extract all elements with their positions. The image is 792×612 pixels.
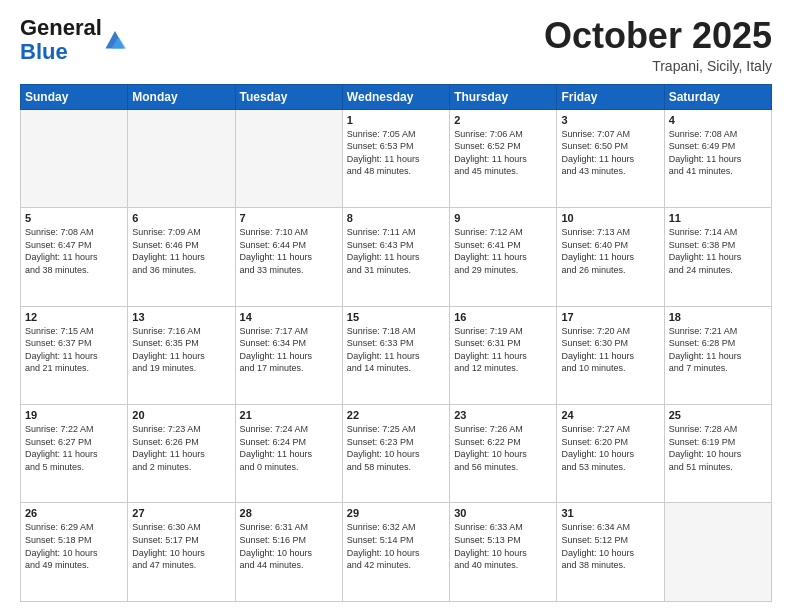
calendar-week-row: 26Sunrise: 6:29 AM Sunset: 5:18 PM Dayli…: [21, 503, 772, 602]
day-info: Sunrise: 6:32 AM Sunset: 5:14 PM Dayligh…: [347, 521, 445, 571]
day-number: 8: [347, 212, 445, 224]
table-row: 30Sunrise: 6:33 AM Sunset: 5:13 PM Dayli…: [450, 503, 557, 602]
location: Trapani, Sicily, Italy: [544, 58, 772, 74]
col-monday: Monday: [128, 84, 235, 109]
day-number: 2: [454, 114, 552, 126]
day-info: Sunrise: 7:09 AM Sunset: 6:46 PM Dayligh…: [132, 226, 230, 276]
table-row: 29Sunrise: 6:32 AM Sunset: 5:14 PM Dayli…: [342, 503, 449, 602]
calendar-week-row: 1Sunrise: 7:05 AM Sunset: 6:53 PM Daylig…: [21, 109, 772, 207]
col-thursday: Thursday: [450, 84, 557, 109]
calendar-header-row: Sunday Monday Tuesday Wednesday Thursday…: [21, 84, 772, 109]
day-number: 5: [25, 212, 123, 224]
day-number: 13: [132, 311, 230, 323]
title-block: October 2025 Trapani, Sicily, Italy: [544, 16, 772, 74]
day-number: 30: [454, 507, 552, 519]
day-number: 1: [347, 114, 445, 126]
table-row: 24Sunrise: 7:27 AM Sunset: 6:20 PM Dayli…: [557, 405, 664, 503]
day-info: Sunrise: 7:06 AM Sunset: 6:52 PM Dayligh…: [454, 128, 552, 178]
day-number: 31: [561, 507, 659, 519]
day-info: Sunrise: 6:34 AM Sunset: 5:12 PM Dayligh…: [561, 521, 659, 571]
day-number: 24: [561, 409, 659, 421]
day-number: 22: [347, 409, 445, 421]
day-info: Sunrise: 7:15 AM Sunset: 6:37 PM Dayligh…: [25, 325, 123, 375]
table-row: 9Sunrise: 7:12 AM Sunset: 6:41 PM Daylig…: [450, 208, 557, 306]
header: General Blue October 2025 Trapani, Sicil…: [20, 16, 772, 74]
logo-general: General: [20, 15, 102, 40]
day-number: 28: [240, 507, 338, 519]
day-number: 12: [25, 311, 123, 323]
calendar-week-row: 19Sunrise: 7:22 AM Sunset: 6:27 PM Dayli…: [21, 405, 772, 503]
table-row: 10Sunrise: 7:13 AM Sunset: 6:40 PM Dayli…: [557, 208, 664, 306]
table-row: 27Sunrise: 6:30 AM Sunset: 5:17 PM Dayli…: [128, 503, 235, 602]
day-number: 26: [25, 507, 123, 519]
calendar-week-row: 5Sunrise: 7:08 AM Sunset: 6:47 PM Daylig…: [21, 208, 772, 306]
table-row: [664, 503, 771, 602]
day-info: Sunrise: 7:14 AM Sunset: 6:38 PM Dayligh…: [669, 226, 767, 276]
day-info: Sunrise: 7:17 AM Sunset: 6:34 PM Dayligh…: [240, 325, 338, 375]
day-info: Sunrise: 7:22 AM Sunset: 6:27 PM Dayligh…: [25, 423, 123, 473]
day-number: 3: [561, 114, 659, 126]
day-info: Sunrise: 7:08 AM Sunset: 6:47 PM Dayligh…: [25, 226, 123, 276]
day-info: Sunrise: 7:08 AM Sunset: 6:49 PM Dayligh…: [669, 128, 767, 178]
day-number: 27: [132, 507, 230, 519]
page: General Blue October 2025 Trapani, Sicil…: [0, 0, 792, 612]
day-info: Sunrise: 7:12 AM Sunset: 6:41 PM Dayligh…: [454, 226, 552, 276]
table-row: 12Sunrise: 7:15 AM Sunset: 6:37 PM Dayli…: [21, 306, 128, 404]
day-info: Sunrise: 6:30 AM Sunset: 5:17 PM Dayligh…: [132, 521, 230, 571]
day-info: Sunrise: 7:28 AM Sunset: 6:19 PM Dayligh…: [669, 423, 767, 473]
day-number: 17: [561, 311, 659, 323]
table-row: 19Sunrise: 7:22 AM Sunset: 6:27 PM Dayli…: [21, 405, 128, 503]
logo-blue: Blue: [20, 39, 68, 64]
day-number: 11: [669, 212, 767, 224]
day-info: Sunrise: 6:31 AM Sunset: 5:16 PM Dayligh…: [240, 521, 338, 571]
table-row: 25Sunrise: 7:28 AM Sunset: 6:19 PM Dayli…: [664, 405, 771, 503]
col-tuesday: Tuesday: [235, 84, 342, 109]
day-info: Sunrise: 7:05 AM Sunset: 6:53 PM Dayligh…: [347, 128, 445, 178]
table-row: 13Sunrise: 7:16 AM Sunset: 6:35 PM Dayli…: [128, 306, 235, 404]
table-row: 20Sunrise: 7:23 AM Sunset: 6:26 PM Dayli…: [128, 405, 235, 503]
day-number: 14: [240, 311, 338, 323]
month-title: October 2025: [544, 16, 772, 56]
col-sunday: Sunday: [21, 84, 128, 109]
table-row: 21Sunrise: 7:24 AM Sunset: 6:24 PM Dayli…: [235, 405, 342, 503]
logo: General Blue: [20, 16, 126, 64]
day-info: Sunrise: 7:24 AM Sunset: 6:24 PM Dayligh…: [240, 423, 338, 473]
day-info: Sunrise: 7:18 AM Sunset: 6:33 PM Dayligh…: [347, 325, 445, 375]
day-number: 10: [561, 212, 659, 224]
table-row: 8Sunrise: 7:11 AM Sunset: 6:43 PM Daylig…: [342, 208, 449, 306]
day-info: Sunrise: 6:29 AM Sunset: 5:18 PM Dayligh…: [25, 521, 123, 571]
day-number: 23: [454, 409, 552, 421]
day-info: Sunrise: 7:27 AM Sunset: 6:20 PM Dayligh…: [561, 423, 659, 473]
table-row: 11Sunrise: 7:14 AM Sunset: 6:38 PM Dayli…: [664, 208, 771, 306]
table-row: 1Sunrise: 7:05 AM Sunset: 6:53 PM Daylig…: [342, 109, 449, 207]
day-number: 15: [347, 311, 445, 323]
day-number: 4: [669, 114, 767, 126]
table-row: 28Sunrise: 6:31 AM Sunset: 5:16 PM Dayli…: [235, 503, 342, 602]
table-row: 16Sunrise: 7:19 AM Sunset: 6:31 PM Dayli…: [450, 306, 557, 404]
calendar-week-row: 12Sunrise: 7:15 AM Sunset: 6:37 PM Dayli…: [21, 306, 772, 404]
table-row: 3Sunrise: 7:07 AM Sunset: 6:50 PM Daylig…: [557, 109, 664, 207]
col-saturday: Saturday: [664, 84, 771, 109]
day-info: Sunrise: 7:19 AM Sunset: 6:31 PM Dayligh…: [454, 325, 552, 375]
day-info: Sunrise: 7:25 AM Sunset: 6:23 PM Dayligh…: [347, 423, 445, 473]
day-number: 20: [132, 409, 230, 421]
day-info: Sunrise: 7:07 AM Sunset: 6:50 PM Dayligh…: [561, 128, 659, 178]
table-row: 15Sunrise: 7:18 AM Sunset: 6:33 PM Dayli…: [342, 306, 449, 404]
day-info: Sunrise: 7:20 AM Sunset: 6:30 PM Dayligh…: [561, 325, 659, 375]
day-info: Sunrise: 7:26 AM Sunset: 6:22 PM Dayligh…: [454, 423, 552, 473]
table-row: [21, 109, 128, 207]
day-number: 18: [669, 311, 767, 323]
day-info: Sunrise: 7:13 AM Sunset: 6:40 PM Dayligh…: [561, 226, 659, 276]
logo-icon: [104, 28, 126, 50]
day-info: Sunrise: 7:11 AM Sunset: 6:43 PM Dayligh…: [347, 226, 445, 276]
day-number: 25: [669, 409, 767, 421]
table-row: 31Sunrise: 6:34 AM Sunset: 5:12 PM Dayli…: [557, 503, 664, 602]
table-row: 7Sunrise: 7:10 AM Sunset: 6:44 PM Daylig…: [235, 208, 342, 306]
table-row: 2Sunrise: 7:06 AM Sunset: 6:52 PM Daylig…: [450, 109, 557, 207]
table-row: 26Sunrise: 6:29 AM Sunset: 5:18 PM Dayli…: [21, 503, 128, 602]
day-number: 21: [240, 409, 338, 421]
table-row: 6Sunrise: 7:09 AM Sunset: 6:46 PM Daylig…: [128, 208, 235, 306]
table-row: 18Sunrise: 7:21 AM Sunset: 6:28 PM Dayli…: [664, 306, 771, 404]
table-row: 22Sunrise: 7:25 AM Sunset: 6:23 PM Dayli…: [342, 405, 449, 503]
day-info: Sunrise: 6:33 AM Sunset: 5:13 PM Dayligh…: [454, 521, 552, 571]
